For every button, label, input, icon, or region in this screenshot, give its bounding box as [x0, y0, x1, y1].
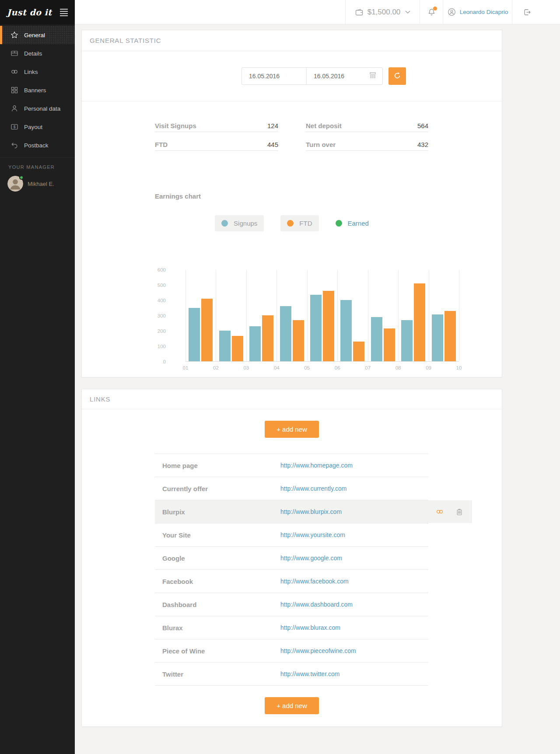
- link-url[interactable]: http://www.facebook.com: [280, 578, 349, 585]
- sidebar-item-links[interactable]: Links: [0, 63, 75, 81]
- link-row-blurax[interactable]: Blurax http://www.blurax.com: [155, 616, 428, 639]
- sidebar-item-label: Personal data: [24, 105, 60, 112]
- link-url[interactable]: http://www.homepage.com: [280, 462, 353, 469]
- legend-label: FTD: [299, 220, 312, 227]
- x-tick-label: 04: [269, 365, 284, 370]
- notification-dot: [433, 7, 437, 10]
- bar-group: [276, 270, 307, 361]
- link-url[interactable]: http://www.blurax.com: [280, 624, 340, 631]
- bar-ftd[interactable]: [323, 291, 334, 361]
- bar-ftd[interactable]: [384, 328, 395, 361]
- add-new-link-button-bottom[interactable]: + add new: [265, 697, 319, 714]
- x-tick-label: 02: [208, 365, 223, 370]
- earnings-chart: 0100200300400500600 01020304050607080910: [82, 270, 502, 377]
- link-url[interactable]: http://www.currently.com: [280, 485, 346, 492]
- sidebar-item-payout[interactable]: $ Payout: [0, 118, 75, 136]
- links-panel: LINKS + add new Home page http://www.hom…: [81, 389, 502, 727]
- stat-item: Visit Signups 124: [155, 122, 278, 132]
- link-icon[interactable]: [436, 509, 444, 515]
- stat-label: Turn over: [306, 141, 336, 149]
- link-url[interactable]: http://www.yoursite.com: [280, 531, 345, 538]
- stat-value: 445: [267, 141, 278, 149]
- sidebar-item-label: General: [24, 32, 45, 38]
- bar-signups[interactable]: [371, 317, 382, 362]
- link-row-currently-offer[interactable]: Currently offer http://www.currently.com: [155, 477, 428, 500]
- link-url[interactable]: http://www.twitter.com: [280, 670, 340, 677]
- x-tick-label: 03: [239, 365, 254, 370]
- manager-row[interactable]: Mikhael E.: [0, 176, 75, 192]
- balance-dropdown[interactable]: $1,500.00: [345, 0, 420, 24]
- link-name: Facebook: [155, 578, 280, 585]
- link-url[interactable]: http://www.blurpix.com: [280, 508, 342, 515]
- wallet-icon: [355, 8, 364, 17]
- stat-label: Net deposit: [306, 122, 342, 130]
- legend-item-signups[interactable]: Signups: [215, 215, 264, 231]
- link-row-dashboard[interactable]: Dashboard http://www.dashboard.com: [155, 593, 428, 616]
- bar-group: [368, 270, 398, 361]
- bar-ftd[interactable]: [262, 315, 273, 361]
- sidebar-item-general[interactable]: General: [0, 26, 75, 44]
- bar-signups[interactable]: [310, 295, 322, 361]
- details-icon: [10, 49, 18, 57]
- payout-icon: $: [10, 123, 18, 131]
- bar-group: [307, 270, 337, 361]
- legend-label: Signups: [234, 220, 257, 227]
- bar-ftd[interactable]: [201, 299, 213, 362]
- notifications-button[interactable]: [420, 0, 443, 24]
- bar-ftd[interactable]: [232, 336, 243, 361]
- link-name: Twitter: [155, 670, 280, 678]
- bar-signups[interactable]: [249, 326, 261, 362]
- user-menu[interactable]: Leonardo Dicaprio: [443, 0, 512, 24]
- bar-signups[interactable]: [432, 314, 443, 361]
- link-row-your-site[interactable]: Your Site http://www.yoursite.com: [155, 524, 428, 547]
- bar-signups[interactable]: [340, 300, 352, 361]
- bar-ftd[interactable]: [293, 320, 304, 362]
- earnings-chart-title: Earnings chart: [155, 192, 502, 200]
- link-url[interactable]: http://www.google.com: [280, 555, 342, 562]
- link-row-home-page[interactable]: Home page http://www.homepage.com: [155, 454, 428, 477]
- x-tick-label: 06: [330, 365, 345, 370]
- link-url[interactable]: http://www.pieceofwine.com: [280, 647, 356, 654]
- link-row-blurpix[interactable]: Blurpix http://www.blurpix.com: [155, 500, 428, 524]
- y-tick-label: 0: [147, 359, 166, 365]
- bar-ftd[interactable]: [444, 311, 456, 362]
- add-new-link-button-top[interactable]: + add new: [265, 421, 319, 438]
- link-row-google[interactable]: Google http://www.google.com: [155, 547, 428, 570]
- sidebar-item-label: Banners: [24, 87, 46, 94]
- refresh-button[interactable]: [388, 67, 406, 85]
- bar-ftd[interactable]: [353, 342, 364, 362]
- link-name: Currently offer: [155, 485, 280, 492]
- bar-ftd[interactable]: [414, 283, 425, 362]
- sidebar-item-personal-data[interactable]: Personal data: [0, 99, 75, 118]
- app-logo: Just do it: [7, 7, 52, 17]
- trash-icon[interactable]: [456, 508, 463, 516]
- online-status-dot: [19, 175, 24, 180]
- sidebar-item-details[interactable]: Details: [0, 44, 75, 63]
- link-row-twitter[interactable]: Twitter http://www.twitter.com: [155, 663, 428, 686]
- link-url[interactable]: http://www.dashboard.com: [280, 601, 353, 608]
- date-from-input[interactable]: [242, 73, 306, 80]
- legend-dot: [336, 220, 342, 227]
- date-to-input[interactable]: [307, 73, 369, 80]
- legend-item-earned[interactable]: Earned: [336, 215, 369, 231]
- bell-icon: [427, 8, 436, 16]
- person-icon: [10, 105, 18, 112]
- manager-name: Mikhael E.: [28, 181, 54, 187]
- x-tick-label: 09: [421, 365, 436, 370]
- refresh-icon: [393, 71, 402, 81]
- calendar-icon[interactable]: [369, 72, 377, 80]
- postback-icon: [10, 141, 18, 149]
- logout-button[interactable]: [512, 0, 560, 24]
- hamburger-menu-icon[interactable]: [60, 7, 68, 18]
- bar-signups[interactable]: [401, 320, 413, 362]
- y-tick-label: 400: [147, 297, 166, 304]
- link-row-facebook[interactable]: Facebook http://www.facebook.com: [155, 570, 428, 593]
- bar-signups[interactable]: [189, 308, 200, 362]
- link-row-piece-of-wine[interactable]: Piece of Wine http://www.pieceofwine.com: [155, 639, 428, 663]
- legend-item-ftd[interactable]: FTD: [280, 215, 318, 231]
- x-tick-label: 01: [178, 365, 193, 370]
- sidebar-item-postback[interactable]: Postback: [0, 136, 75, 154]
- sidebar-item-banners[interactable]: Banners: [0, 81, 75, 99]
- bar-signups[interactable]: [219, 331, 231, 361]
- bar-signups[interactable]: [280, 306, 291, 361]
